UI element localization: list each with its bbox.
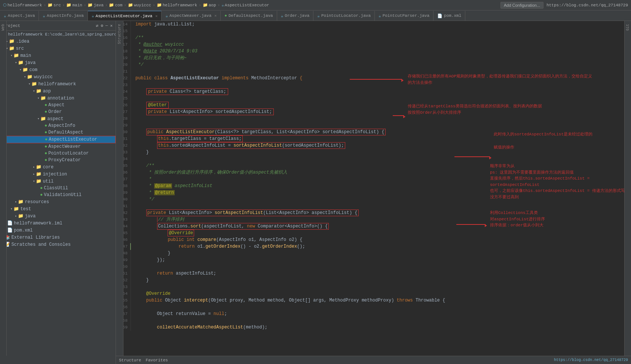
expand-icon: ▾	[15, 61, 17, 65]
sidebar-item-test[interactable]: ▾ 📁 test	[0, 205, 116, 212]
xml-file-icon: 📄	[7, 220, 13, 226]
sidebar-header: Project ⇄ ⚙ — ✕	[0, 21, 116, 31]
sidebar-settings-icon[interactable]: ⚙	[101, 23, 103, 28]
sidebar-item-defaultaspect[interactable]: ● DefaultAspect	[0, 129, 116, 136]
sidebar-item-aspectinfo[interactable]: ● AspectInfo	[0, 122, 116, 129]
sidebar-item-java1[interactable]: ▾ 📁 java	[0, 59, 116, 66]
tab-aspectinfo-java[interactable]: ☕ AspectInfo.java	[39, 11, 88, 21]
close-tab-icon[interactable]: ✕	[155, 14, 157, 18]
sidebar-item-src[interactable]: ▾ 📁 src	[0, 45, 116, 52]
code-line-35: 35 /**	[116, 162, 631, 169]
sidebar-item-pointcutlocator[interactable]: ● PointcutLocator	[0, 150, 116, 157]
tab-pom-xml[interactable]: 📄 pom.xml	[434, 11, 465, 21]
code-line-22: 22 public class AspectListExecutor imple…	[116, 75, 631, 82]
code-line-29: 29	[116, 122, 631, 129]
structure-tab[interactable]: Structure	[119, 358, 141, 363]
tab-aspectlistexecutor-java[interactable]: ☕ AspectListExecutor.java ✕	[88, 11, 162, 21]
java-class-icon: ●	[40, 192, 43, 198]
sidebar-item-annotation[interactable]: ▾ 📁 annotation	[0, 95, 116, 102]
java-class-icon: ●	[45, 109, 47, 114]
expand-icon: ▸	[15, 200, 17, 204]
sidebar-item-injection[interactable]: ▸ 📁 injection	[0, 171, 116, 178]
tab-order-java[interactable]: ☕ Order.java	[277, 11, 314, 21]
code-line-21: 21	[116, 68, 631, 75]
folder-icon: 📁	[13, 206, 19, 212]
code-line-42: 42 private List<AspectInfo> sortAspectIn…	[116, 209, 631, 216]
structure-vert-tab[interactable]: Structure	[117, 21, 122, 47]
sidebar-item-helloframework[interactable]: ▾ 📁 helloframework	[0, 80, 116, 88]
code-editor[interactable]: 14 import java.util.List; 15 16 /** 17 *…	[116, 21, 631, 364]
sidebar-item-aspect-class[interactable]: ● Aspect	[0, 102, 116, 108]
xml-file-icon: 📄	[7, 227, 13, 233]
tab-aspectweaver-java[interactable]: ☕ AspectWeaver.java ✕	[162, 11, 221, 21]
code-line-19: 19 * 此日无欢，与子同袍~	[116, 55, 631, 61]
sidebar-item-helloframework-iml[interactable]: 📄 helloframework.iml	[0, 220, 116, 227]
code-content: 14 import java.util.List; 15 16 /** 17 *…	[116, 21, 631, 356]
sidebar-close-icon[interactable]: ✕	[110, 23, 113, 28]
sidebar-item-java2[interactable]: ▸ 📁 java	[0, 212, 116, 220]
sidebar-item-main[interactable]: ▾ 📁 main	[0, 52, 116, 59]
sidebar-tree: ▾ ⬡ helloframework E:\code_learn\10_spri…	[0, 31, 116, 364]
code-line-16: 16 /**	[116, 34, 631, 41]
code-line-52: 52 }	[116, 277, 631, 284]
sidebar-item-com[interactable]: ▾ 📁 com	[0, 66, 116, 73]
code-line-37: 37 *	[116, 176, 631, 183]
expand-icon: ▾	[10, 53, 12, 58]
tab-defaultaspect-java[interactable]: ● DefaultAspect.java	[221, 11, 277, 21]
sidebar-item-aop[interactable]: ▾ 📁 aop	[0, 88, 116, 95]
sidebar-item-util[interactable]: ▾ 📁 util	[0, 178, 116, 185]
folder-icon: 📁	[36, 164, 42, 170]
code-line-54: 54 @Override	[116, 290, 631, 297]
close-icon[interactable]: ✕	[214, 13, 217, 18]
tab-aspect-java[interactable]: ☕ Aspect.java	[0, 11, 39, 21]
sidebar-item-validationutil[interactable]: ● ValidationUtil	[0, 192, 116, 198]
sidebar-sync-icon[interactable]: ⇄	[96, 23, 99, 28]
code-line-40: 40 */	[116, 196, 631, 203]
git-vert-tab[interactable]: Git	[625, 21, 631, 34]
sidebar-item-scratches[interactable]: ▸ 📝 Scratches and Consoles	[0, 241, 116, 248]
code-line-14: 14 import java.util.List;	[116, 21, 631, 28]
folder-icon: 📁	[40, 116, 46, 122]
sidebar-item-aspectlistexecutor[interactable]: ● AspectListExecutor	[0, 136, 116, 143]
sidebar-item-idea[interactable]: ▸ 📁 .idea	[0, 38, 116, 45]
sidebar-item-root[interactable]: ▾ ⬡ helloframework E:\code_learn\10_spri…	[0, 31, 116, 38]
tab-pointcutlocator-java[interactable]: ☕ PointcutLocator.java	[313, 11, 375, 21]
folder-icon: 📁	[36, 88, 42, 94]
java-class-icon: ●	[45, 157, 47, 163]
java-class-icon: ●	[45, 137, 48, 142]
folder-icon: 📁	[18, 213, 24, 219]
folder-icon: 📁	[31, 81, 37, 87]
folder-icon: 📁	[9, 39, 15, 44]
expand-icon: ▾	[19, 68, 21, 72]
sidebar-item-aspectweaver[interactable]: ● AspectWeaver	[0, 143, 116, 150]
code-line-57: 57 Object returnValue = null;	[116, 311, 631, 317]
sidebar-item-core[interactable]: ▸ 📁 core	[0, 163, 116, 171]
sidebar-item-proxycreator[interactable]: ● ProxyCreator	[0, 157, 116, 163]
java-class-icon: ●	[40, 186, 43, 191]
sidebar-minimize-icon[interactable]: —	[105, 23, 108, 28]
bottom-bar: Structure Favorites https://blog.csdn.ne…	[116, 356, 631, 364]
code-line-23: 23	[116, 82, 631, 88]
favorites-tab[interactable]: Favorites	[146, 358, 168, 363]
sidebar-item-classutil[interactable]: ● ClassUtil	[0, 185, 116, 192]
code-line-49: 49 });	[116, 257, 631, 263]
code-line-46: 46 public int compare(AspectInfo o1, Asp…	[116, 236, 631, 243]
breadcrumb-helloframework: ⬡ helloframework	[3, 3, 42, 7]
expand-icon: ▸	[33, 172, 35, 176]
folder-icon: 📁	[13, 53, 19, 58]
code-line-44: 44 Collections.sort(aspectInfoList, new …	[116, 223, 631, 230]
code-line-48: 48 }	[116, 250, 631, 257]
sidebar-item-resources[interactable]: ▸ 📁 resources	[0, 198, 116, 205]
sidebar-item-order-class[interactable]: ● Order	[0, 108, 116, 115]
web-vert-tab[interactable]: Web	[0, 21, 6, 34]
sidebar-item-wuyiccc[interactable]: ▾ 📁 wuyiccc	[0, 73, 116, 80]
sidebar-item-external-libraries[interactable]: ▸ 📚 External Libraries	[0, 234, 116, 241]
tab-pointcutparser-java[interactable]: ☕ PointcutParser.java	[375, 11, 434, 21]
sidebar-item-aspect-folder[interactable]: ▾ 📁 aspect	[0, 115, 116, 122]
expand-icon: ▾	[10, 207, 12, 211]
git-label: https://blog.csdn.net/qq_27148729	[546, 3, 628, 7]
sidebar-item-pom-xml[interactable]: 📄 pom.xml	[0, 227, 116, 234]
code-line-28: 28	[116, 115, 631, 122]
add-configuration-button[interactable]: Add Configuration...	[500, 2, 543, 9]
code-line-47: 47 return o1.getOrderIndex() - o2.getOrd…	[116, 243, 631, 250]
